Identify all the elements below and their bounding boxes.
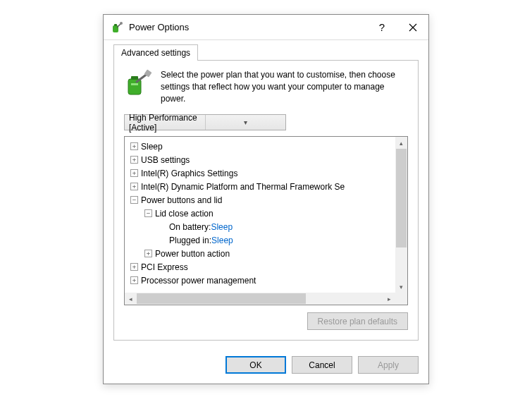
- svg-rect-1: [114, 24, 117, 26]
- tree-item-label: Power buttons and lid: [141, 195, 222, 205]
- expand-icon[interactable]: +: [130, 276, 138, 284]
- power-plan-value: High Performance [Active]: [125, 113, 205, 133]
- window-title: Power Options: [129, 22, 366, 32]
- svg-rect-4: [131, 76, 138, 80]
- svg-rect-5: [131, 83, 138, 85]
- horizontal-scrollbar[interactable]: ◂ ▸: [125, 293, 395, 305]
- power-plan-select[interactable]: High Performance [Active] ▾: [124, 114, 286, 130]
- expand-icon[interactable]: +: [130, 169, 138, 177]
- expand-icon[interactable]: +: [130, 183, 138, 190]
- tree-setting[interactable]: On battery: Sleep: [126, 220, 394, 233]
- tree-item-label: Power button action: [155, 249, 230, 259]
- apply-button[interactable]: Apply: [358, 356, 419, 374]
- vertical-scroll-thumb[interactable]: [396, 149, 407, 247]
- tree-item-label: Intel(R) Graphics Settings: [141, 169, 237, 178]
- tree-item[interactable]: +Sleep: [126, 140, 394, 153]
- tree-item[interactable]: +Intel(R) Graphics Settings: [126, 166, 394, 180]
- tab-panel: Select the power plan that you want to c…: [113, 60, 419, 341]
- tree-item[interactable]: +PCI Express: [126, 260, 394, 274]
- scroll-left-icon[interactable]: ◂: [125, 293, 137, 305]
- collapse-icon[interactable]: −: [130, 196, 138, 204]
- battery-plug-icon: [111, 21, 123, 34]
- tree-item-label: Intel(R) Dynamic Platform and Thermal Fr…: [141, 182, 345, 192]
- tabs: Advanced settings: [113, 44, 419, 61]
- chevron-down-icon: ▾: [205, 115, 286, 130]
- titlebar: Power Options ?: [104, 15, 428, 40]
- tree-setting-label: On battery:: [169, 222, 211, 232]
- tree-body: +Sleep+USB settings+Intel(R) Graphics Se…: [125, 137, 395, 293]
- tree-setting[interactable]: Plugged in: Sleep: [126, 233, 394, 247]
- tree-item[interactable]: −Lid close action: [126, 207, 394, 220]
- tree-setting-label: Plugged in:: [169, 235, 211, 245]
- tree-setting-value[interactable]: Sleep: [211, 222, 233, 232]
- battery-plug-large-icon: [124, 69, 152, 97]
- scroll-right-icon[interactable]: ▸: [383, 293, 395, 305]
- scroll-up-icon[interactable]: ▴: [395, 137, 407, 149]
- expand-icon[interactable]: +: [130, 156, 138, 164]
- collapse-icon[interactable]: −: [144, 209, 152, 217]
- tab-advanced-settings[interactable]: Advanced settings: [113, 44, 198, 61]
- tree-item[interactable]: +USB settings: [126, 153, 394, 166]
- tree-item-label: Processor power management: [141, 276, 256, 286]
- tree-setting-value[interactable]: Sleep: [211, 235, 233, 245]
- cancel-button[interactable]: Cancel: [292, 356, 352, 374]
- tree-item-label: USB settings: [141, 155, 190, 165]
- tree-item-label: Sleep: [141, 142, 163, 152]
- dialog-buttons: OK Cancel Apply: [104, 349, 428, 384]
- scroll-corner: [395, 293, 407, 305]
- tree-item[interactable]: +Power button action: [126, 247, 394, 260]
- ok-button[interactable]: OK: [225, 356, 286, 374]
- horizontal-scroll-thumb[interactable]: [137, 293, 306, 304]
- tree-item-label: Lid close action: [155, 209, 214, 219]
- intro: Select the power plan that you want to c…: [124, 69, 408, 104]
- intro-text: Select the power plan that you want to c…: [161, 69, 408, 104]
- restore-defaults-button[interactable]: Restore plan defaults: [307, 312, 408, 330]
- scroll-down-icon[interactable]: ▾: [395, 281, 407, 293]
- expand-icon[interactable]: +: [130, 142, 138, 150]
- expand-icon[interactable]: +: [130, 263, 138, 271]
- svg-point-2: [120, 22, 123, 25]
- close-icon: [409, 23, 417, 32]
- tree-item[interactable]: −Power buttons and lid: [126, 193, 394, 207]
- tree-item-label: PCI Express: [141, 262, 188, 272]
- close-button[interactable]: [397, 15, 428, 40]
- vertical-scrollbar[interactable]: ▴ ▾: [395, 137, 407, 293]
- power-options-dialog: Power Options ? Advanced settings: [103, 14, 429, 384]
- tree-item[interactable]: +Intel(R) Dynamic Platform and Thermal F…: [126, 180, 394, 193]
- settings-tree: +Sleep+USB settings+Intel(R) Graphics Se…: [124, 136, 408, 305]
- help-button[interactable]: ?: [366, 15, 397, 40]
- expand-icon[interactable]: +: [144, 250, 152, 257]
- tree-item[interactable]: +Processor power management: [126, 274, 394, 287]
